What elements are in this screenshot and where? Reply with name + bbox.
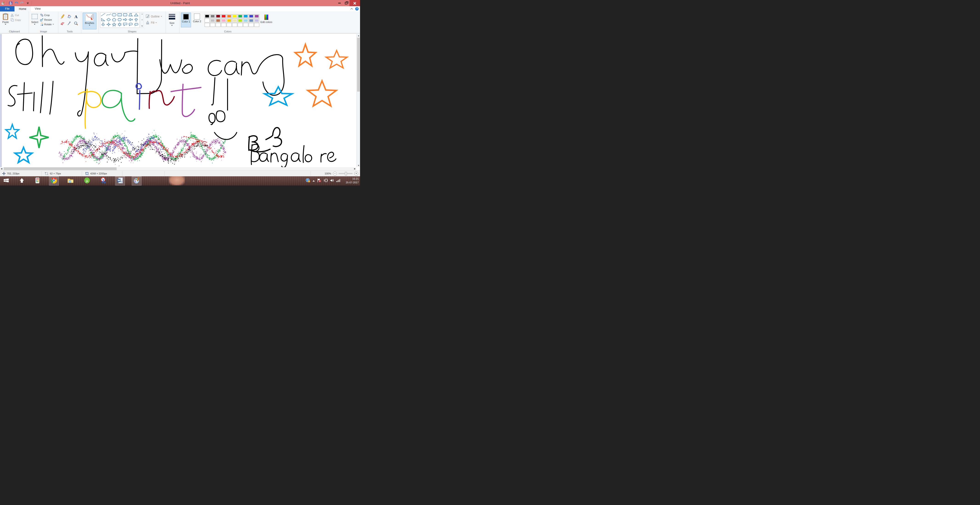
palette-color-c8bfe7[interactable] (254, 19, 259, 22)
shape-triangle[interactable] (134, 13, 139, 17)
tab-view[interactable]: View (30, 6, 45, 11)
copy-button[interactable]: Copy (11, 18, 21, 22)
rotate-button[interactable]: Rotate (40, 23, 54, 26)
help-icon[interactable]: ? (355, 7, 359, 11)
shape-curve[interactable] (106, 13, 111, 17)
palette-color-ed1c24[interactable] (221, 14, 226, 18)
palette-color-99d9ea[interactable] (243, 19, 248, 22)
cut-button[interactable]: Cut (11, 14, 21, 17)
palette-empty-slot[interactable] (254, 23, 259, 27)
tab-home[interactable]: Home (14, 6, 30, 11)
zoom-out-button[interactable]: − (333, 172, 337, 176)
scroll-right-icon[interactable]: ▶ (354, 167, 356, 170)
scroll-up-icon[interactable] (142, 14, 143, 14)
close-button[interactable] (350, 0, 360, 6)
palette-empty-slot[interactable] (227, 23, 232, 27)
palette-color-22b14c[interactable] (238, 14, 243, 18)
shape-hexagon[interactable] (117, 17, 122, 22)
shape-four-point-star[interactable] (106, 22, 111, 27)
taskbar-app-start[interactable] (2, 176, 11, 186)
taskbar-app-paint[interactable] (132, 176, 142, 186)
palette-empty-slot[interactable] (221, 23, 226, 27)
zoom-in-button[interactable]: + (354, 172, 358, 176)
gallery-expand-icon[interactable] (141, 25, 143, 27)
help-icon[interactable]: ? (305, 178, 310, 184)
select-button[interactable]: Select (30, 13, 39, 29)
palette-color-7092be[interactable] (249, 19, 254, 22)
vertical-scrollbar[interactable]: ▲ ▼ (356, 34, 360, 167)
brushes-button[interactable]: Brushes (83, 13, 96, 29)
size-button[interactable]: Size (167, 13, 177, 29)
palette-color-efe4b0[interactable] (232, 19, 237, 22)
palette-color-b97a57[interactable] (216, 19, 221, 22)
drawing-canvas[interactable] (2, 34, 356, 167)
shape-right-triangle[interactable] (100, 17, 106, 22)
palette-empty-slot[interactable] (243, 23, 248, 27)
palette-empty-slot[interactable] (232, 23, 237, 27)
zoom-slider-thumb[interactable] (345, 172, 347, 175)
palette-color-a349a4[interactable] (254, 14, 259, 18)
shape-right-arrow[interactable] (123, 17, 128, 22)
scroll-up-icon[interactable]: ▲ (358, 34, 360, 37)
shape-rounded-callout[interactable] (123, 22, 128, 27)
taskbar-app-chrome[interactable] (49, 176, 59, 186)
pencil-icon[interactable] (60, 14, 66, 20)
text-tool-icon[interactable]: A (73, 14, 79, 20)
paste-button[interactable]: Paste (2, 13, 10, 29)
horizontal-scroll-thumb[interactable] (4, 167, 117, 170)
palette-empty-slot[interactable] (249, 23, 254, 27)
palette-empty-slot[interactable] (216, 23, 221, 27)
color2-button[interactable]: Color 2 (192, 13, 202, 27)
palette-color-c3c3c3[interactable] (210, 19, 215, 22)
shape-polygon[interactable] (128, 13, 133, 17)
shape-five-point-star[interactable] (111, 22, 117, 27)
taskbar-app-utorrent[interactable]: µ (82, 176, 92, 186)
magnifier-icon[interactable] (73, 21, 79, 26)
shape-rounded-rectangle[interactable] (123, 13, 128, 17)
palette-color-3f48cc[interactable] (249, 14, 254, 18)
shape-left-arrow[interactable] (128, 17, 133, 22)
palette-color-880015[interactable] (216, 14, 221, 18)
palette-color-ffc90e[interactable] (227, 19, 232, 22)
resize-button[interactable]: Resize (40, 18, 54, 21)
restore-button[interactable] (343, 0, 350, 6)
scroll-down-icon[interactable] (142, 19, 143, 21)
shape-rectangle[interactable] (117, 13, 122, 17)
tab-file[interactable]: File (0, 6, 14, 11)
shape-diamond[interactable] (106, 17, 111, 22)
shape-cloud-callout[interactable] (134, 22, 139, 27)
color-picker-icon[interactable] (66, 21, 72, 26)
horizontal-scrollbar[interactable]: ◀ ▶ (0, 167, 356, 170)
crop-button[interactable]: Crop (40, 14, 54, 17)
palette-empty-slot[interactable] (210, 23, 215, 27)
shape-oval[interactable] (111, 13, 117, 17)
shape-six-point-star[interactable] (117, 22, 122, 27)
outline-button[interactable]: Outline (146, 14, 162, 18)
volume-icon[interactable] (330, 179, 334, 183)
palette-color-b5e61d[interactable] (238, 19, 243, 22)
fill-button[interactable]: Fill (146, 21, 162, 25)
palette-color-ffaec9[interactable] (221, 19, 226, 22)
network-signal-icon[interactable] (336, 179, 340, 183)
taskbar-app-snipping-tool[interactable] (99, 176, 108, 186)
shape-down-arrow[interactable] (100, 22, 106, 27)
palette-color-000000[interactable] (205, 14, 210, 18)
taskbar-app-word[interactable]: W (115, 176, 125, 186)
minimize-button[interactable] (336, 0, 343, 6)
shape-up-arrow[interactable] (134, 17, 139, 22)
palette-color-ff7f27[interactable] (227, 14, 232, 18)
scroll-down-icon[interactable]: ▼ (358, 164, 360, 167)
vertical-scroll-thumb[interactable] (357, 38, 360, 92)
eraser-icon[interactable] (60, 21, 66, 26)
palette-color-00a2e8[interactable] (243, 14, 248, 18)
palette-color-7f7f7f[interactable] (210, 14, 215, 18)
palette-color-ffffff[interactable] (205, 19, 210, 22)
shape-pentagon[interactable] (111, 17, 117, 22)
zoom-slider[interactable] (339, 173, 352, 174)
taskbar-clock[interactable]: 15:21 25-07-2017 (346, 177, 359, 184)
palette-empty-slot[interactable] (205, 23, 210, 27)
taskbar-app-file-explorer[interactable] (66, 176, 75, 186)
scroll-left-icon[interactable]: ◀ (1, 167, 2, 170)
hidden-icons-chevron-icon[interactable] (312, 179, 315, 183)
palette-color-fff200[interactable] (232, 14, 237, 18)
